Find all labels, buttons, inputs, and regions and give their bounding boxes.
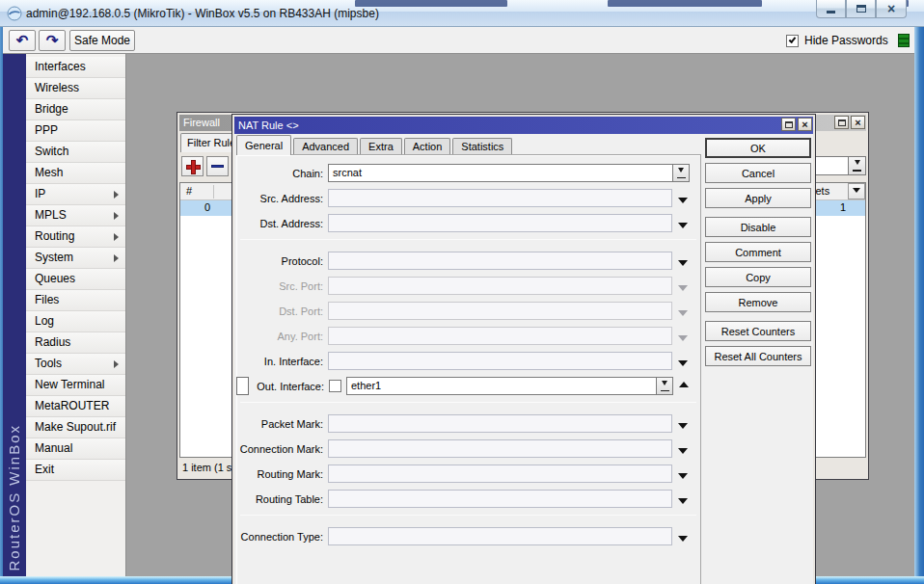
field-input[interactable] [328,214,672,232]
field-input[interactable] [328,414,672,433]
field-sep-2: sep-2 [240,402,696,403]
sidebar-item-tools[interactable]: Tools [26,354,125,375]
expand-arrow[interactable] [678,198,688,203]
expand-arrow[interactable] [678,448,688,454]
button-disable[interactable]: Disable [705,217,811,237]
brand-text: RouterOS WinBox [6,424,22,571]
column-header-index[interactable]: # [180,185,214,199]
close-icon: × [887,2,895,15]
plus-icon [186,160,199,173]
nat-close-button[interactable]: × [798,118,812,131]
sidebar-item-files[interactable]: Files [26,290,125,311]
sidebar-item-manual[interactable]: Manual [26,438,125,460]
winbox-app-icon [7,6,22,21]
close-button[interactable]: × [876,0,907,18]
nat-dialog-titlebar[interactable]: NAT Rule <> × [234,117,813,134]
button-apply[interactable]: Apply [705,188,811,208]
minimize-icon [827,11,835,13]
expand-arrow[interactable] [678,285,688,291]
expand-arrow[interactable] [679,382,689,387]
minimize-button[interactable] [816,0,846,18]
expand-arrow[interactable] [678,310,688,316]
field-packet-mark: Packet Mark: [236,414,700,433]
expand-arrow[interactable] [678,423,688,429]
field-input[interactable]: srcnat [328,164,690,182]
undo-button[interactable]: ↶ [9,30,36,51]
nat-maximize-button[interactable] [781,118,796,131]
tab-extra[interactable]: Extra [360,138,402,155]
expand-arrow[interactable] [678,498,688,504]
field-input[interactable] [328,189,672,207]
expand-arrow[interactable] [678,223,688,228]
field-input[interactable] [328,252,672,270]
background-window-fragment [355,0,507,7]
field-input[interactable] [328,527,672,545]
sidebar-item-routing[interactable]: Routing [26,226,125,248]
tab-general[interactable]: General [236,135,291,155]
sidebar-item-new-terminal[interactable]: New Terminal [26,375,125,396]
sidebar-item-exit[interactable]: Exit [26,460,125,481]
button-remove[interactable]: Remove [705,292,811,312]
field-input[interactable]: ether1 [346,377,673,395]
sidebar-item-system[interactable]: System [26,248,125,269]
combo-dropdown-button[interactable] [672,165,689,181]
sidebar-item-ip[interactable]: IP [26,184,125,205]
column-select-button[interactable] [848,183,865,199]
sidebar-item-radius[interactable]: Radius [26,332,125,354]
dropdown-arrow-icon [853,188,860,197]
redo-button[interactable]: ↷ [39,30,66,51]
redo-icon: ↷ [46,33,59,48]
sidebar-item-mesh[interactable]: Mesh [26,163,125,184]
combo-dropdown-icon[interactable] [848,157,865,174]
field-input[interactable] [328,439,672,458]
window-frame-right [914,27,924,576]
sidebar-item-interfaces[interactable]: Interfaces [26,57,125,78]
field-input[interactable] [328,465,672,483]
field-input[interactable] [328,352,672,370]
button-copy[interactable]: Copy [705,267,811,287]
maximize-icon [785,121,793,128]
button-ok[interactable]: OK [705,138,811,158]
sidebar-item-make-supout-rif[interactable]: Make Supout.rif [26,417,125,438]
sidebar-item-bridge[interactable]: Bridge [26,99,125,120]
field-input[interactable] [328,327,672,345]
field-input[interactable] [328,302,672,320]
nat-tabstrip: GeneralAdvancedExtraActionStatistics [236,135,514,155]
tab-advanced[interactable]: Advanced [293,138,358,155]
field-src-port: Src. Port: [236,277,700,295]
field-enable-checkbox[interactable] [329,380,341,392]
window-controls: × [816,0,907,18]
field-any-port: Any. Port: [236,327,700,345]
button-cancel[interactable]: Cancel [705,163,811,183]
hide-passwords-checkbox[interactable] [786,35,799,47]
sidebar-item-queues[interactable]: Queues [26,269,125,290]
button-comment[interactable]: Comment [705,242,811,262]
sidebar-item-ppp[interactable]: PPP [26,120,125,142]
firewall-close-button[interactable]: × [851,116,865,129]
sidebar-item-log[interactable]: Log [26,311,125,332]
expand-arrow[interactable] [678,335,688,341]
field-input[interactable] [328,490,672,508]
undo-icon: ↶ [16,33,29,48]
expand-arrow[interactable] [678,473,688,479]
tab-action[interactable]: Action [404,138,451,155]
sidebar-item-metarouter[interactable]: MetaROUTER [26,396,125,417]
safe-mode-button[interactable]: Safe Mode [69,30,135,51]
maximize-button[interactable] [846,0,876,18]
remove-rule-button[interactable] [206,156,229,176]
expand-arrow[interactable] [678,536,688,542]
main-titlebar[interactable]: admin@192.168.0.5 (MikroTik) - WinBox v5… [0,0,924,27]
tab-statistics[interactable]: Statistics [452,138,512,155]
button-reset-counters[interactable]: Reset Counters [705,321,811,341]
checkmark-icon [789,36,797,43]
button-reset-all-counters[interactable]: Reset All Counters [705,346,811,366]
field-input[interactable] [328,277,672,295]
add-rule-button[interactable] [181,156,204,176]
sidebar-item-switch[interactable]: Switch [26,142,125,163]
firewall-maximize-button[interactable] [834,116,849,129]
combo-dropdown-button[interactable] [656,378,672,394]
sidebar-item-mpls[interactable]: MPLS [26,205,125,226]
expand-arrow[interactable] [678,360,688,366]
expand-arrow[interactable] [678,260,688,266]
sidebar-item-wireless[interactable]: Wireless [26,78,125,99]
